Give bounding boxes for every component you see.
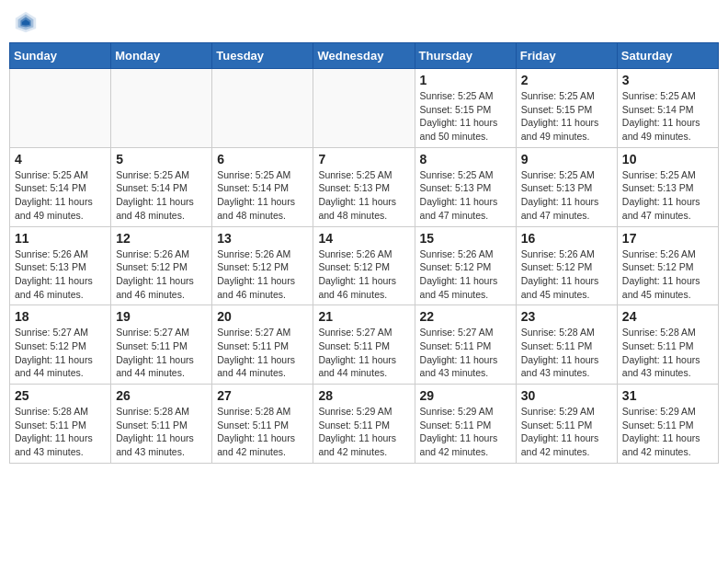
day-info: Sunrise: 5:26 AM Sunset: 5:12 PM Dayligh… — [420, 247, 511, 302]
day-number: 15 — [420, 231, 511, 246]
calendar-cell: 19Sunrise: 5:27 AM Sunset: 5:11 PM Dayli… — [111, 305, 212, 385]
calendar-cell — [212, 69, 313, 148]
day-info: Sunrise: 5:25 AM Sunset: 5:13 PM Dayligh… — [420, 168, 511, 223]
calendar-cell: 11Sunrise: 5:26 AM Sunset: 5:13 PM Dayli… — [10, 226, 111, 305]
day-info: Sunrise: 5:26 AM Sunset: 5:12 PM Dayligh… — [217, 247, 308, 302]
day-info: Sunrise: 5:27 AM Sunset: 5:11 PM Dayligh… — [217, 326, 308, 380]
day-info: Sunrise: 5:25 AM Sunset: 5:13 PM Dayligh… — [318, 168, 409, 223]
day-number: 13 — [217, 231, 308, 246]
day-info: Sunrise: 5:27 AM Sunset: 5:11 PM Dayligh… — [420, 326, 511, 380]
day-info: Sunrise: 5:25 AM Sunset: 5:13 PM Dayligh… — [521, 168, 612, 223]
day-number: 24 — [622, 309, 713, 324]
calendar-cell — [10, 69, 111, 148]
calendar-cell: 23Sunrise: 5:28 AM Sunset: 5:11 PM Dayli… — [516, 305, 617, 385]
calendar-cell: 24Sunrise: 5:28 AM Sunset: 5:11 PM Dayli… — [617, 305, 718, 385]
day-info: Sunrise: 5:28 AM Sunset: 5:11 PM Dayligh… — [116, 405, 207, 459]
day-info: Sunrise: 5:29 AM Sunset: 5:11 PM Dayligh… — [318, 405, 409, 459]
day-info: Sunrise: 5:26 AM Sunset: 5:12 PM Dayligh… — [521, 247, 612, 302]
week-row-2: 4Sunrise: 5:25 AM Sunset: 5:14 PM Daylig… — [10, 147, 719, 226]
calendar-cell: 29Sunrise: 5:29 AM Sunset: 5:11 PM Dayli… — [415, 385, 516, 464]
week-row-3: 11Sunrise: 5:26 AM Sunset: 5:13 PM Dayli… — [10, 226, 719, 305]
day-number: 20 — [217, 309, 308, 324]
calendar-cell: 20Sunrise: 5:27 AM Sunset: 5:11 PM Dayli… — [212, 305, 313, 385]
calendar-cell — [313, 69, 415, 148]
calendar-cell: 15Sunrise: 5:26 AM Sunset: 5:12 PM Dayli… — [415, 226, 516, 305]
day-header-sunday: Sunday — [10, 43, 111, 69]
week-row-1: 1Sunrise: 5:25 AM Sunset: 5:15 PM Daylig… — [10, 69, 719, 148]
logo-icon — [13, 9, 39, 35]
day-info: Sunrise: 5:27 AM Sunset: 5:11 PM Dayligh… — [318, 326, 409, 380]
day-info: Sunrise: 5:25 AM Sunset: 5:13 PM Dayligh… — [622, 168, 713, 223]
day-info: Sunrise: 5:25 AM Sunset: 5:14 PM Dayligh… — [15, 168, 106, 223]
calendar: SundayMondayTuesdayWednesdayThursdayFrid… — [9, 42, 719, 464]
day-number: 28 — [318, 388, 409, 403]
day-number: 10 — [622, 152, 713, 167]
day-number: 22 — [420, 309, 511, 324]
day-number: 23 — [521, 309, 612, 324]
day-number: 19 — [116, 309, 207, 324]
day-info: Sunrise: 5:27 AM Sunset: 5:12 PM Dayligh… — [15, 326, 106, 380]
day-header-friday: Friday — [516, 43, 617, 69]
calendar-cell: 7Sunrise: 5:25 AM Sunset: 5:13 PM Daylig… — [313, 147, 415, 226]
day-number: 17 — [622, 231, 713, 246]
day-number: 21 — [318, 309, 409, 324]
day-info: Sunrise: 5:29 AM Sunset: 5:11 PM Dayligh… — [622, 405, 713, 459]
day-number: 11 — [15, 231, 106, 246]
day-number: 5 — [116, 152, 207, 167]
day-number: 9 — [521, 152, 612, 167]
day-info: Sunrise: 5:25 AM Sunset: 5:14 PM Dayligh… — [116, 168, 207, 223]
day-number: 16 — [521, 231, 612, 246]
day-info: Sunrise: 5:27 AM Sunset: 5:11 PM Dayligh… — [116, 326, 207, 380]
calendar-cell: 6Sunrise: 5:25 AM Sunset: 5:14 PM Daylig… — [212, 147, 313, 226]
day-header-saturday: Saturday — [617, 43, 718, 69]
day-info: Sunrise: 5:28 AM Sunset: 5:11 PM Dayligh… — [15, 405, 106, 459]
calendar-cell: 10Sunrise: 5:25 AM Sunset: 5:13 PM Dayli… — [617, 147, 718, 226]
day-number: 18 — [15, 309, 106, 324]
calendar-cell: 3Sunrise: 5:25 AM Sunset: 5:14 PM Daylig… — [617, 69, 718, 148]
calendar-cell: 9Sunrise: 5:25 AM Sunset: 5:13 PM Daylig… — [516, 147, 617, 226]
day-number: 31 — [622, 388, 713, 403]
calendar-cell: 25Sunrise: 5:28 AM Sunset: 5:11 PM Dayli… — [10, 385, 111, 464]
calendar-cell: 31Sunrise: 5:29 AM Sunset: 5:11 PM Dayli… — [617, 385, 718, 464]
day-info: Sunrise: 5:26 AM Sunset: 5:12 PM Dayligh… — [116, 247, 207, 302]
calendar-cell: 30Sunrise: 5:29 AM Sunset: 5:11 PM Dayli… — [516, 385, 617, 464]
day-number: 7 — [318, 152, 409, 167]
calendar-cell: 21Sunrise: 5:27 AM Sunset: 5:11 PM Dayli… — [313, 305, 415, 385]
header — [9, 9, 719, 35]
day-header-monday: Monday — [111, 43, 212, 69]
calendar-cell: 17Sunrise: 5:26 AM Sunset: 5:12 PM Dayli… — [617, 226, 718, 305]
logo — [13, 9, 42, 35]
week-row-4: 18Sunrise: 5:27 AM Sunset: 5:12 PM Dayli… — [10, 305, 719, 385]
day-number: 25 — [15, 388, 106, 403]
day-number: 30 — [521, 388, 612, 403]
day-info: Sunrise: 5:25 AM Sunset: 5:14 PM Dayligh… — [622, 89, 713, 144]
day-info: Sunrise: 5:28 AM Sunset: 5:11 PM Dayligh… — [217, 405, 308, 459]
calendar-cell: 2Sunrise: 5:25 AM Sunset: 5:15 PM Daylig… — [516, 69, 617, 148]
day-number: 6 — [217, 152, 308, 167]
day-info: Sunrise: 5:26 AM Sunset: 5:12 PM Dayligh… — [622, 247, 713, 302]
calendar-cell: 27Sunrise: 5:28 AM Sunset: 5:11 PM Dayli… — [212, 385, 313, 464]
day-info: Sunrise: 5:25 AM Sunset: 5:15 PM Dayligh… — [420, 89, 511, 144]
calendar-cell: 13Sunrise: 5:26 AM Sunset: 5:12 PM Dayli… — [212, 226, 313, 305]
day-number: 1 — [420, 73, 511, 87]
day-info: Sunrise: 5:25 AM Sunset: 5:15 PM Dayligh… — [521, 89, 612, 144]
day-info: Sunrise: 5:28 AM Sunset: 5:11 PM Dayligh… — [622, 326, 713, 380]
calendar-cell: 5Sunrise: 5:25 AM Sunset: 5:14 PM Daylig… — [111, 147, 212, 226]
calendar-cell: 14Sunrise: 5:26 AM Sunset: 5:12 PM Dayli… — [313, 226, 415, 305]
day-number: 29 — [420, 388, 511, 403]
day-header-tuesday: Tuesday — [212, 43, 313, 69]
week-row-5: 25Sunrise: 5:28 AM Sunset: 5:11 PM Dayli… — [10, 385, 719, 464]
day-number: 27 — [217, 388, 308, 403]
day-info: Sunrise: 5:26 AM Sunset: 5:12 PM Dayligh… — [318, 247, 409, 302]
calendar-cell: 1Sunrise: 5:25 AM Sunset: 5:15 PM Daylig… — [415, 69, 516, 148]
calendar-cell: 12Sunrise: 5:26 AM Sunset: 5:12 PM Dayli… — [111, 226, 212, 305]
calendar-cell: 18Sunrise: 5:27 AM Sunset: 5:12 PM Dayli… — [10, 305, 111, 385]
calendar-cell: 22Sunrise: 5:27 AM Sunset: 5:11 PM Dayli… — [415, 305, 516, 385]
day-info: Sunrise: 5:29 AM Sunset: 5:11 PM Dayligh… — [521, 405, 612, 459]
day-info: Sunrise: 5:25 AM Sunset: 5:14 PM Dayligh… — [217, 168, 308, 223]
calendar-header-row: SundayMondayTuesdayWednesdayThursdayFrid… — [10, 43, 719, 69]
day-header-wednesday: Wednesday — [313, 43, 415, 69]
day-number: 3 — [622, 73, 713, 87]
calendar-cell: 8Sunrise: 5:25 AM Sunset: 5:13 PM Daylig… — [415, 147, 516, 226]
calendar-cell — [111, 69, 212, 148]
